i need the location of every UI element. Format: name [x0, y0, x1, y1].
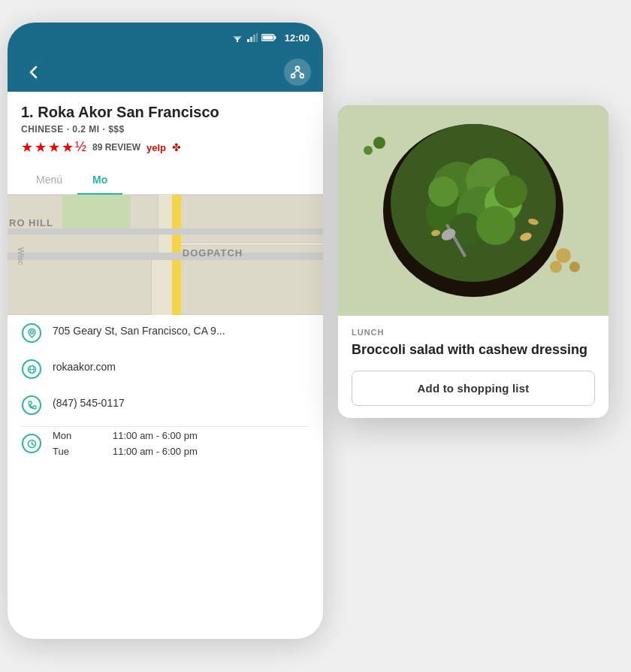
svg-point-3 — [237, 41, 238, 42]
svg-point-12 — [291, 74, 295, 78]
address-text: 705 Geary St, San Francisco, CA 9... — [53, 322, 225, 339]
svg-point-43 — [364, 146, 373, 155]
battery-icon — [261, 33, 276, 42]
card-title: Broccoli salad with cashew dressing — [352, 341, 595, 359]
rating-row: ★ ★ ★ ★ ½ 89 REVIEW yelp ✤ — [21, 139, 309, 156]
globe-svg — [27, 365, 37, 374]
svg-point-16 — [30, 331, 33, 334]
svg-line-15 — [297, 71, 302, 74]
hours-time-mon: 11:00 am - 6:00 pm — [113, 430, 198, 441]
website-text: rokaakor.com — [53, 359, 116, 375]
star-3: ★ — [48, 139, 60, 156]
wifi-icon — [231, 33, 243, 42]
map-background: RO HILL Wisc DOGPATCH — [8, 195, 323, 315]
clock-icon-container — [21, 433, 42, 454]
status-bar: 12:00 — [8, 23, 323, 53]
map-label-ro-hill: RO HILL — [9, 217, 53, 229]
phone-text: (847) 545-0117 — [53, 395, 125, 411]
map-container: RO HILL Wisc DOGPATCH — [8, 195, 323, 315]
location-icon — [22, 323, 41, 343]
map-label-dogpatch: DOGPATCH — [183, 247, 243, 259]
broccoli-image-svg — [338, 105, 608, 316]
card-content: LUNCH Broccoli salad with cashew dressin… — [338, 316, 608, 418]
status-icons: 12:00 — [231, 32, 309, 44]
stars: ★ ★ ★ ★ ½ — [21, 139, 86, 156]
map-road-horizontal-1 — [8, 253, 323, 260]
svg-point-42 — [550, 261, 562, 273]
share-icon — [291, 65, 304, 79]
phone-icon-container — [21, 395, 42, 416]
phone-content: 1. Roka Akor San Francisco CHINESE · 0.2… — [8, 92, 323, 195]
yelp-logo: yelp — [146, 142, 166, 153]
star-2: ★ — [35, 139, 47, 156]
svg-point-34 — [494, 175, 527, 208]
restaurant-meta: CHINESE · 0.2 MI · $$$ — [21, 124, 309, 135]
divider — [21, 426, 309, 427]
hours-line-tue: Tue 11:00 am - 6:00 pm — [53, 446, 198, 457]
svg-rect-7 — [256, 33, 258, 42]
yelp-burst-icon: ✤ — [172, 141, 181, 153]
location-icon-container — [21, 322, 42, 344]
svg-point-13 — [300, 74, 304, 78]
phone-svg — [27, 401, 37, 410]
globe-icon-container — [21, 359, 42, 380]
clock-icon — [22, 434, 41, 453]
share-button[interactable] — [284, 59, 311, 86]
hours-row: Mon 11:00 am - 6:00 pm Tue 11:00 am - 6:… — [21, 430, 309, 457]
card-category: LUNCH — [352, 328, 595, 337]
scene: 12:00 1. Roka Akor San Fr — [0, 0, 631, 672]
svg-line-22 — [32, 443, 34, 445]
tab-menu[interactable]: Menú — [21, 166, 77, 195]
website-row: rokaakor.com — [21, 351, 309, 387]
svg-rect-9 — [274, 36, 276, 39]
globe-icon — [22, 359, 41, 379]
card-image — [338, 105, 608, 316]
back-arrow-icon — [26, 64, 42, 80]
hours-content: Mon 11:00 am - 6:00 pm Tue 11:00 am - 6:… — [53, 430, 198, 457]
add-to-shopping-list-button[interactable]: Add to shopping list — [352, 371, 595, 406]
svg-line-14 — [293, 71, 297, 74]
hours-day-tue: Tue — [53, 446, 83, 457]
signal-icon — [247, 33, 258, 42]
svg-marker-2 — [236, 39, 239, 41]
svg-point-41 — [569, 262, 580, 272]
svg-point-32 — [476, 206, 515, 245]
phone-row: (847) 545-0117 — [21, 387, 309, 423]
phone-main: 12:00 1. Roka Akor San Fr — [8, 23, 323, 639]
svg-point-11 — [296, 67, 300, 71]
svg-point-33 — [428, 177, 458, 207]
map-road-horizontal-2 — [8, 229, 323, 235]
recipe-card: LUNCH Broccoli salad with cashew dressin… — [338, 105, 608, 418]
star-1: ★ — [21, 139, 33, 156]
hours-time-tue: 11:00 am - 6:00 pm — [113, 446, 198, 457]
info-section: 705 Geary St, San Francisco, CA 9... rok… — [8, 315, 323, 457]
phone-icon — [22, 395, 41, 415]
star-4: ★ — [62, 139, 74, 156]
nav-bar — [8, 53, 323, 92]
map-label-wisc: Wisc — [17, 247, 26, 265]
back-button[interactable] — [20, 61, 48, 83]
review-count: 89 REVIEW — [92, 142, 140, 153]
svg-rect-4 — [247, 39, 249, 42]
restaurant-name: 1. Roka Akor San Francisco — [21, 104, 309, 121]
svg-point-44 — [373, 137, 385, 149]
svg-rect-10 — [262, 36, 273, 40]
clock-svg — [27, 439, 37, 449]
svg-point-40 — [556, 248, 571, 263]
svg-rect-6 — [253, 35, 255, 42]
tab-more[interactable]: Mo — [77, 166, 122, 195]
pin-icon — [27, 328, 37, 338]
hours-line-mon: Mon 11:00 am - 6:00 pm — [53, 430, 198, 441]
address-row: 705 Geary St, San Francisco, CA 9... — [21, 315, 309, 351]
star-half: ½ — [75, 139, 86, 156]
hours-day-mon: Mon — [53, 430, 83, 441]
svg-rect-5 — [250, 37, 252, 42]
status-time: 12:00 — [285, 32, 309, 44]
tabs-bar: Menú Mo — [8, 166, 323, 195]
